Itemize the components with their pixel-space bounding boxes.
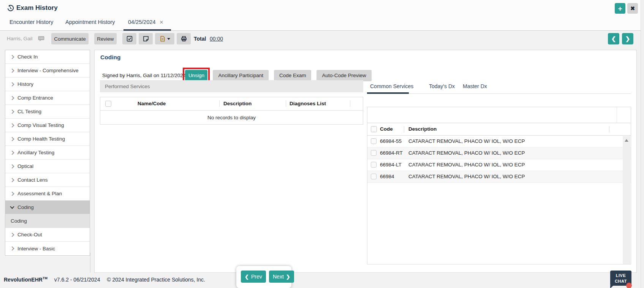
close-module-button[interactable]: ✖: [627, 3, 638, 14]
chevron-right-icon: [10, 137, 14, 141]
note-button[interactable]: [139, 33, 153, 44]
sidebar-subitem-coding[interactable]: Coding: [5, 214, 90, 228]
section-heading: Coding: [100, 54, 120, 61]
sidebar-item-label: Contact Lens: [17, 177, 48, 183]
performed-services-header: Performed Services: [100, 80, 363, 92]
cell-code: 66984-RT: [380, 150, 403, 156]
chevron-down-icon: [167, 38, 170, 40]
comment-bubble-icon[interactable]: [38, 36, 44, 42]
sidebar-item-coding-expanded[interactable]: Coding: [5, 201, 90, 214]
sidebar-item-ancillary-testing[interactable]: Ancillary Testing: [5, 146, 90, 160]
sidebar-item-label: History: [17, 81, 33, 87]
sidebar-item-history[interactable]: History: [5, 78, 90, 91]
next-label: Next: [273, 274, 284, 280]
printer-icon: [181, 36, 187, 42]
tab-appointment-history[interactable]: Appointment History: [65, 19, 115, 25]
prev-button[interactable]: ❮Prev: [241, 271, 266, 283]
chevron-right-icon: [10, 150, 14, 155]
table-scrollbar[interactable]: [623, 136, 630, 264]
table-row[interactable]: 66984 CATARACT REMOVAL, PHACO W/ IOL, W/…: [367, 171, 631, 183]
sidebar-item-interview-comprehensive[interactable]: Interview - Comprehensive: [5, 64, 90, 78]
sidebar-item-label: Assessment & Plan: [17, 191, 62, 196]
chevron-right-icon: ❯: [286, 274, 290, 280]
tab-exam-date[interactable]: 04/25/2024✕: [128, 19, 163, 25]
add-button[interactable]: +: [615, 3, 625, 14]
history-icon: [7, 5, 14, 12]
footer-text: RevolutionEHRTM v7.6.2 - 06/21/2024 © 20…: [4, 276, 205, 283]
sidebar-item-comp-visual-testing[interactable]: Comp Visual Testing: [5, 119, 90, 132]
sidebar-item-label: Check In: [17, 54, 38, 60]
chevron-right-icon: [10, 82, 14, 86]
documents-dropdown-button[interactable]: [155, 33, 174, 44]
row-checkbox[interactable]: [371, 138, 377, 144]
print-button[interactable]: [177, 33, 191, 44]
select-all-checkbox[interactable]: [371, 126, 377, 132]
cell-code: 66984-55: [380, 138, 402, 144]
column-separator: [404, 126, 404, 133]
column-header-description: Description: [408, 126, 437, 132]
row-checkbox[interactable]: [371, 162, 377, 168]
sidebar-item-interview-basic[interactable]: Interview - Basic: [5, 242, 90, 255]
tab-close-icon[interactable]: ✕: [160, 19, 164, 25]
sidebar-item-contact-lens[interactable]: Contact Lens: [5, 173, 90, 187]
sidebar-item-label: CL Testing: [17, 109, 41, 114]
top-bar: Exam History + ✖ Encounter History Appoi…: [0, 0, 641, 31]
code-exam-button[interactable]: Code Exam: [274, 70, 312, 81]
active-tab-underline: [123, 29, 171, 31]
sidebar-item-label: Optical: [17, 163, 33, 169]
auto-code-preview-button[interactable]: Auto-Code Preview: [316, 70, 371, 81]
column-header-name-code: Name/Code: [138, 101, 166, 106]
sidebar-item-comp-entrance[interactable]: Comp Entrance: [5, 91, 90, 105]
column-header-description: Description: [223, 101, 252, 106]
unsign-button[interactable]: Unsign: [185, 70, 207, 81]
tasks-checkbox-button[interactable]: [122, 33, 136, 44]
services-panel-tabs: Common Services Today's Dx Master Dx: [367, 82, 631, 93]
table-row[interactable]: 66984-55 CATARACT REMOVAL, PHACO W/ IOL,…: [367, 136, 631, 147]
services-table-body: 66984-55 CATARACT REMOVAL, PHACO W/ IOL,…: [367, 136, 631, 183]
column-separator: [609, 126, 609, 133]
ancillary-participant-button[interactable]: Ancillary Participant: [213, 70, 269, 81]
column-separator: [286, 100, 286, 107]
chevron-right-icon: [10, 246, 14, 250]
sidebar-item-check-out[interactable]: Check-Out: [5, 228, 90, 242]
tab-master-dx[interactable]: Master Dx: [463, 83, 487, 89]
chevron-right-icon: [10, 68, 14, 73]
live-chat-status-dot: [626, 283, 632, 288]
table-row[interactable]: 66984-LT CATARACT REMOVAL, PHACO W/ IOL,…: [367, 159, 631, 171]
live-chat-line1: LIVE: [610, 273, 631, 279]
document-icon: [160, 36, 166, 42]
sidebar-item-cl-testing[interactable]: CL Testing: [5, 105, 90, 119]
next-exam-button[interactable]: ❯: [622, 33, 633, 44]
performed-services-table-header: Name/Code Description Diagnoses List: [100, 97, 363, 111]
cell-description: CATARACT REMOVAL, PHACO W/ IOL, W/O ECP: [408, 174, 525, 179]
scroll-up-icon[interactable]: [625, 139, 628, 142]
chevron-right-icon: [10, 109, 14, 114]
tab-encounter-history[interactable]: Encounter History: [9, 19, 53, 25]
communicate-button[interactable]: Communicate: [51, 33, 89, 44]
review-button[interactable]: Review: [94, 33, 117, 44]
window-scrollbar[interactable]: [641, 0, 644, 288]
tab-common-services[interactable]: Common Services: [370, 83, 413, 89]
chevron-right-icon: [10, 123, 14, 127]
total-time-link[interactable]: 00:00: [210, 36, 223, 42]
footer: RevolutionEHRTM v7.6.2 - 06/21/2024 © 20…: [0, 273, 644, 288]
sidebar-item-comp-health-testing[interactable]: Comp Health Testing: [5, 132, 90, 146]
row-checkbox[interactable]: [371, 150, 377, 156]
sidebar-item-label: Comp Health Testing: [17, 136, 65, 142]
copyright-text: © 2024 Integrated Practice Solutions, In…: [107, 277, 205, 283]
row-checkbox[interactable]: [371, 174, 377, 179]
sidebar-item-label: Coding: [11, 218, 27, 224]
next-button[interactable]: Next❯: [269, 271, 294, 283]
sidebar-item-assessment-plan[interactable]: Assessment & Plan: [5, 187, 90, 201]
tab-todays-dx[interactable]: Today's Dx: [429, 83, 455, 89]
chevron-right-icon: [10, 164, 14, 168]
cell-border: [617, 107, 617, 123]
sidebar-item-optical[interactable]: Optical: [5, 160, 90, 173]
chevron-down-icon: [10, 204, 14, 209]
select-all-checkbox[interactable]: [105, 101, 111, 107]
pager-card: ❮Prev Next❯: [236, 266, 291, 288]
table-row[interactable]: 66984-RT CATARACT REMOVAL, PHACO W/ IOL,…: [367, 147, 631, 159]
prev-exam-button[interactable]: ❮: [608, 33, 619, 44]
sidebar-item-check-in[interactable]: Check In: [5, 50, 90, 64]
cell-description: CATARACT REMOVAL, PHACO W/ IOL, W/O ECP: [408, 138, 525, 144]
